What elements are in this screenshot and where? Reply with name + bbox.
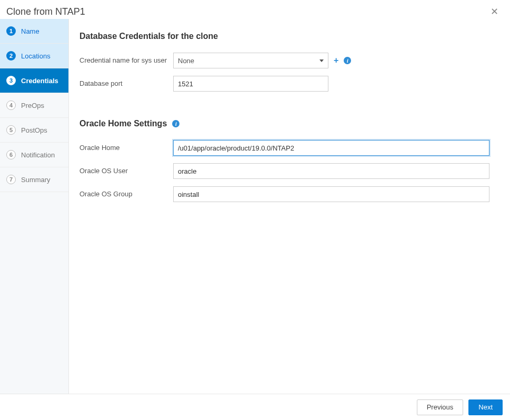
database-port-label: Database port	[79, 79, 173, 88]
oracle-os-group-input[interactable]	[173, 186, 489, 202]
step-label: Notification	[21, 151, 55, 159]
row-oracle-os-group: Oracle OS Group	[79, 186, 495, 202]
wizard-step-locations[interactable]: 2 Locations	[0, 44, 68, 68]
oracle-home-controls	[173, 140, 495, 156]
step-label: PreOps	[21, 102, 44, 109]
previous-button[interactable]: Previous	[417, 399, 464, 415]
oracle-os-user-input[interactable]	[173, 163, 489, 179]
credential-name-value: None	[178, 57, 194, 65]
step-number: 3	[6, 76, 16, 85]
oracle-home-input[interactable]	[173, 140, 489, 156]
oracle-os-group-label: Oracle OS Group	[79, 190, 173, 199]
section-gap	[79, 99, 495, 119]
step-number: 5	[6, 125, 16, 135]
wizard-step-preops[interactable]: 4 PreOps	[0, 93, 68, 118]
step-number: 2	[6, 51, 16, 61]
oracle-os-user-label: Oracle OS User	[79, 167, 173, 176]
step-number: 6	[6, 150, 16, 159]
credential-name-select[interactable]: None	[173, 53, 328, 68]
credentials-section-title-text: Database Credentials for the clone	[79, 32, 218, 41]
step-label: Name	[21, 27, 39, 35]
next-button[interactable]: Next	[468, 399, 503, 415]
dialog-header: Clone from NTAP1 ✕	[0, 0, 510, 19]
plus-icon[interactable]: +	[334, 56, 338, 65]
content-area: Database Credentials for the clone Crede…	[69, 19, 510, 394]
row-database-port: Database port	[79, 76, 495, 92]
step-number: 4	[6, 101, 16, 110]
wizard-step-name[interactable]: 1 Name	[0, 19, 68, 44]
oracle-section-title: Oracle Home Settings i	[79, 119, 495, 128]
oracle-home-label: Oracle Home	[79, 144, 173, 153]
wizard-step-summary[interactable]: 7 Summary	[0, 167, 68, 192]
info-icon[interactable]: i	[172, 120, 179, 127]
row-oracle-home: Oracle Home	[79, 140, 495, 156]
step-label: Locations	[21, 52, 51, 60]
oracle-os-user-controls	[173, 163, 495, 179]
row-credential-name: Credential name for sys user None + i	[79, 53, 495, 68]
wizard-step-postops[interactable]: 5 PostOps	[0, 118, 68, 143]
wizard-sidebar: 1 Name 2 Locations 3 Credentials 4 PreOp…	[0, 19, 69, 394]
database-port-input[interactable]	[173, 76, 328, 92]
info-icon[interactable]: i	[344, 57, 351, 64]
wizard-step-credentials[interactable]: 3 Credentials	[0, 68, 68, 93]
close-icon[interactable]: ✕	[487, 5, 502, 18]
dialog-footer: Previous Next	[0, 394, 510, 420]
step-number: 1	[6, 26, 16, 36]
credential-name-controls: None + i	[173, 53, 495, 68]
database-port-controls	[173, 76, 495, 92]
step-label: Credentials	[21, 77, 58, 85]
oracle-os-group-controls	[173, 186, 495, 202]
dialog-title: Clone from NTAP1	[6, 6, 85, 17]
dialog-body: 1 Name 2 Locations 3 Credentials 4 PreOp…	[0, 19, 510, 394]
step-label: PostOps	[21, 126, 47, 134]
wizard-step-notification[interactable]: 6 Notification	[0, 143, 68, 167]
step-label: Summary	[21, 176, 51, 184]
credential-name-label: Credential name for sys user	[79, 56, 173, 65]
credentials-section-title: Database Credentials for the clone	[79, 32, 495, 41]
oracle-section-title-text: Oracle Home Settings	[79, 119, 167, 128]
chevron-down-icon	[319, 59, 324, 62]
step-number: 7	[6, 175, 16, 184]
row-oracle-os-user: Oracle OS User	[79, 163, 495, 179]
